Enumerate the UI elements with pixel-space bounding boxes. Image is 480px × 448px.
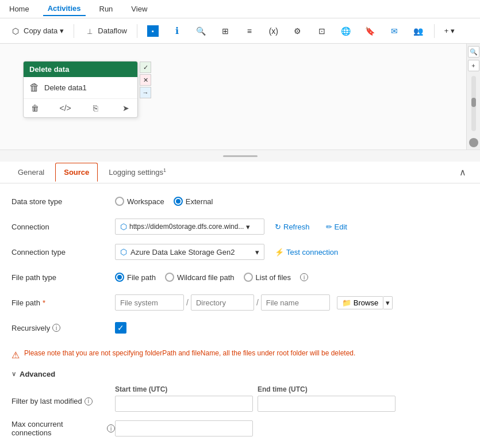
file-path-row: File path * / / 📁 Browse ▾ (11, 294, 469, 311)
tab-source[interactable]: Source (55, 163, 98, 182)
rectangle-icon: ▪ (147, 25, 159, 37)
card-body: 🗑 Delete data1 (24, 77, 137, 99)
connection-control: ⬡ https://didem0storage.dfs.core.wind...… (115, 219, 469, 235)
connection-type-label: Connection type (11, 248, 115, 256)
scroll-right-panel: 🔍 + (466, 44, 480, 150)
workspace-radio[interactable]: Workspace (115, 197, 164, 206)
collapse-bar[interactable] (0, 150, 480, 162)
max-connections-label: Max concurrent connections i (11, 420, 115, 437)
file-path-required: * (43, 298, 45, 307)
data-store-type-row: Data store type Workspace External (11, 193, 469, 210)
dataflow-button[interactable]: ⟂ Dataflow (79, 22, 132, 40)
plus-button[interactable]: + ▾ (439, 24, 460, 38)
activity-card[interactable]: Delete data 🗑 Delete data1 🗑 </> ⎘ ➤ ✓ ✕… (23, 61, 138, 118)
list-files-radio-outer (244, 273, 253, 282)
refresh-button[interactable]: ↻ Refresh (269, 220, 316, 233)
filter-info[interactable]: i (85, 397, 93, 405)
toolbar-icon-btn-5[interactable]: ≡ (239, 22, 260, 40)
zoom-in-btn[interactable]: + (468, 60, 479, 71)
external-radio-label: External (186, 197, 213, 206)
recursively-info[interactable]: i (52, 324, 60, 332)
toolbar: ⬡ Copy data ▾ ⟂ Dataflow ▪ ℹ 🔍 ⊞ ≡ (x) ⚙… (0, 18, 480, 44)
browse-group: 📁 Browse ▾ (337, 296, 393, 309)
zoom-indicator (469, 138, 478, 147)
list-files-radio[interactable]: List of files (244, 273, 291, 282)
advanced-section-header[interactable]: ∨ Advanced (11, 370, 469, 378)
edit-button[interactable]: ✏ Edit (320, 220, 353, 233)
zoom-thumb[interactable] (471, 98, 476, 107)
connection-row: Connection ⬡ https://didem0storage.dfs.c… (11, 218, 469, 235)
side-check-btn[interactable]: ✓ (140, 62, 151, 73)
grid-icon: ⊞ (220, 25, 231, 37)
dataflow-label: Dataflow (98, 26, 127, 35)
file-system-input[interactable] (115, 294, 184, 311)
toolbar-separator-1 (74, 24, 74, 38)
max-connections-input[interactable] (115, 420, 253, 436)
start-time-input[interactable] (115, 396, 253, 412)
menu-run[interactable]: Run (95, 2, 118, 16)
recursively-checkbox[interactable]: ✓ (115, 322, 126, 334)
file-path-type-label: File path type (11, 273, 115, 282)
end-time-group: End time (UTC) (258, 385, 395, 412)
advanced-chevron: ∨ (11, 370, 16, 378)
toolbar-icon-btn-9[interactable]: 🌐 (335, 22, 357, 40)
end-time-label: End time (UTC) (258, 385, 395, 393)
toolbar-icon-btn-8[interactable]: ⊡ (311, 22, 333, 40)
adls-icon: ⬡ (120, 247, 127, 256)
menu-home[interactable]: Home (5, 2, 34, 16)
card-title: Delete data (29, 65, 69, 74)
toolbar-icon-btn-4[interactable]: ⊞ (214, 22, 236, 40)
toolbar-icon-btn-10[interactable]: 🔖 (359, 22, 381, 40)
file-path-radio-label: File path (127, 273, 156, 282)
toolbar-icon-btn-2[interactable]: ℹ (166, 22, 188, 40)
menu-activities[interactable]: Activities (43, 2, 86, 16)
workspace-radio-outer (115, 197, 124, 206)
browse-button[interactable]: 📁 Browse (337, 296, 383, 309)
menu-bar: Home Activities Run View (0, 0, 480, 18)
end-time-input[interactable] (258, 396, 395, 412)
file-path-control: / / 📁 Browse ▾ (115, 294, 469, 311)
side-arrow-btn[interactable]: → (140, 87, 151, 98)
wildcard-radio[interactable]: Wildcard file path (165, 273, 235, 282)
max-connections-row: Max concurrent connections i (11, 420, 469, 437)
zoom-track (471, 76, 476, 131)
globe-icon: 🌐 (340, 25, 352, 37)
toolbar-icon-btn-1[interactable]: ▪ (142, 22, 164, 40)
copy-action[interactable]: ⎘ (89, 101, 102, 115)
card-header: Delete data (24, 62, 137, 77)
panel-collapse-btn[interactable]: ∧ (455, 164, 471, 180)
file-path-type-info[interactable]: i (300, 273, 308, 281)
card-body-text: Delete data1 (44, 83, 87, 92)
browse-dropdown-chevron: ▾ (386, 298, 390, 307)
connection-type-select[interactable]: ⬡ Azure Data Lake Storage Gen2 ▾ (115, 244, 264, 260)
copy-data-button[interactable]: ⬡ Copy data ▾ (5, 22, 69, 40)
tab-general[interactable]: General (9, 163, 53, 182)
directory-input[interactable] (191, 294, 254, 311)
plus-chevron: ▾ (451, 26, 455, 35)
file-path-radio[interactable]: File path (115, 273, 156, 282)
browse-dropdown[interactable]: ▾ (383, 296, 393, 309)
code-action[interactable]: </> (59, 101, 72, 115)
toolbar-icon-btn-3[interactable]: 🔍 (190, 22, 212, 40)
plus-label: + (444, 26, 449, 35)
info-circle-icon: ℹ (171, 25, 183, 37)
toolbar-icon-btn-7[interactable]: ⚙ (287, 22, 309, 40)
file-name-input[interactable] (261, 294, 330, 311)
tab-logging[interactable]: Logging settings1 (100, 162, 175, 182)
zoom-search-btn[interactable]: 🔍 (468, 46, 479, 58)
connection-input[interactable]: ⬡ https://didem0storage.dfs.core.wind...… (115, 219, 264, 235)
max-connections-info[interactable]: i (107, 424, 115, 432)
connection-type-value-wrap: ⬡ Azure Data Lake Storage Gen2 (120, 247, 235, 256)
delete-action[interactable]: 🗑 (28, 101, 42, 115)
file-path-label: File path * (11, 298, 115, 307)
warning-icon: ⚠ (11, 350, 20, 361)
side-x-btn[interactable]: ✕ (140, 74, 151, 86)
arrow-action[interactable]: ➤ (119, 101, 133, 115)
toolbar-icon-btn-6[interactable]: (x) (263, 22, 285, 40)
canvas-area: Delete data 🗑 Delete data1 🗑 </> ⎘ ➤ ✓ ✕… (0, 44, 480, 150)
external-radio[interactable]: External (174, 197, 213, 206)
toolbar-icon-btn-12[interactable]: 👥 (408, 22, 429, 40)
menu-view[interactable]: View (126, 2, 152, 16)
toolbar-icon-btn-11[interactable]: ✉ (383, 22, 405, 40)
test-connection-button[interactable]: ⚡ Test connection (269, 246, 344, 259)
